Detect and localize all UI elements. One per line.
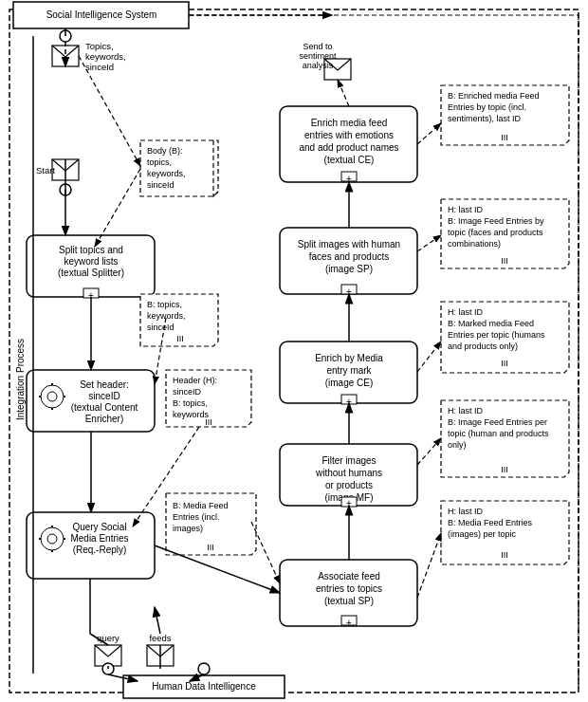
svg-text:only): only) (448, 440, 467, 450)
feeds-circle (198, 663, 210, 674)
svg-text:B: topics,: B: topics, (147, 300, 182, 309)
svg-text:H: last ID: H: last ID (448, 307, 484, 317)
svg-text:sinceID: sinceID (88, 391, 119, 401)
svg-text:(textual Content: (textual Content (71, 402, 138, 413)
svg-text:(Req.-Reply): (Req.-Reply) (73, 545, 127, 555)
svg-text:III: III (501, 465, 508, 474)
send-sentiment-label3: analysis (303, 61, 334, 70)
svg-text:topic (human and products: topic (human and products (448, 429, 549, 438)
svg-text:III: III (501, 133, 508, 142)
human-data-label: Human Data Intelligence (152, 681, 256, 692)
svg-line-119 (417, 235, 441, 251)
svg-text:Enrich media feed: Enrich media feed (311, 118, 388, 128)
svg-text:Entries by topic (incl.: Entries by topic (incl. (448, 102, 526, 112)
svg-text:keywords,: keywords, (147, 169, 186, 178)
svg-text:Split images with human: Split images with human (298, 239, 400, 249)
svg-text:Body (B):: Body (B): (147, 146, 183, 156)
svg-text:and products only): and products only) (448, 342, 518, 351)
svg-text:III: III (176, 334, 184, 343)
svg-text:(images) per topic: (images) per topic (448, 529, 517, 539)
svg-text:(textual CE): (textual CE) (324, 155, 375, 165)
svg-text:B: Enriched media Feed: B: Enriched media Feed (448, 91, 540, 101)
svg-text:(textual Splitter): (textual Splitter) (58, 268, 124, 278)
svg-text:sinceID: sinceID (173, 387, 202, 397)
svg-text:entries with emotions: entries with emotions (304, 130, 394, 140)
svg-text:III: III (501, 256, 508, 266)
svg-text:entry mark: entry mark (326, 365, 372, 376)
svg-line-122 (417, 533, 441, 598)
svg-text:H: last ID: H: last ID (448, 406, 484, 416)
start-label: Start (36, 165, 55, 176)
diagram-container: Social Intelligence System Human Data In… (0, 0, 588, 702)
svg-line-118 (417, 123, 441, 144)
svg-text:III: III (207, 543, 214, 552)
svg-text:Enricher): Enricher) (85, 414, 124, 424)
svg-line-113 (338, 80, 349, 106)
svg-text:entries to topics: entries to topics (316, 583, 382, 594)
svg-text:topics,: topics, (147, 157, 172, 167)
svg-text:keyword lists: keyword lists (64, 256, 118, 267)
svg-text:Entries per topic (humans: Entries per topic (humans (448, 330, 545, 340)
svg-line-103 (79, 56, 140, 166)
integration-process-label: Integration Process (15, 339, 26, 420)
topics-label: Topics, (85, 41, 114, 51)
svg-text:B: Media Feed: B: Media Feed (173, 501, 229, 510)
svg-text:combinations): combinations) (448, 239, 501, 249)
svg-text:(image SP): (image SP) (325, 264, 373, 274)
send-sentiment-label: Send to (303, 42, 332, 51)
svg-text:Associate feed: Associate feed (318, 571, 380, 582)
svg-text:Filter images: Filter images (322, 455, 376, 466)
svg-text:III: III (501, 550, 508, 560)
svg-text:(image CE): (image CE) (325, 378, 374, 388)
svg-text:or products: or products (325, 480, 373, 490)
svg-text:sinceId: sinceId (147, 323, 175, 332)
svg-text:and add product names: and add product names (299, 142, 398, 153)
query-label: query (97, 633, 119, 643)
svg-line-121 (417, 438, 441, 465)
svg-text:faces and products: faces and products (309, 251, 390, 262)
svg-text:B: topics,: B: topics, (173, 398, 208, 408)
svg-text:Entries (incl.: Entries (incl. (173, 512, 220, 522)
svg-text:Split topics and: Split topics and (59, 245, 123, 255)
svg-text:III: III (205, 417, 212, 427)
svg-text:Set header:: Set header: (80, 379, 129, 390)
svg-line-117 (251, 522, 280, 583)
svg-text:Media Entries: Media Entries (70, 533, 128, 544)
svg-line-120 (417, 342, 441, 372)
svg-text:Header (H):: Header (H): (173, 376, 217, 385)
svg-text:B: Image Feed Entries by: B: Image Feed Entries by (448, 216, 544, 226)
svg-text:H: last ID: H: last ID (448, 205, 484, 214)
svg-text:topic (faces and products: topic (faces and products (448, 228, 543, 237)
svg-line-129 (155, 607, 160, 634)
svg-text:sentiments), last ID: sentiments), last ID (448, 114, 522, 123)
social-intelligence-label: Social Intelligence System (46, 9, 157, 20)
svg-text:+: + (346, 618, 352, 628)
svg-text:III: III (501, 359, 508, 368)
svg-text:Query Social: Query Social (72, 522, 126, 532)
send-sentiment-label2: sentiment (299, 51, 337, 61)
svg-text:B: Marked media Feed: B: Marked media Feed (448, 319, 534, 328)
keywords-label: keywords, (85, 51, 126, 62)
svg-text:keywords: keywords (173, 410, 210, 419)
svg-text:B: Media Feed Entries: B: Media Feed Entries (448, 518, 533, 527)
svg-text:without humans: without humans (315, 468, 382, 478)
feeds-label: feeds (149, 633, 171, 643)
svg-text:H: last ID: H: last ID (448, 507, 484, 516)
svg-text:sinceId: sinceId (147, 180, 175, 190)
sinceid-label: sinceId (85, 62, 114, 72)
svg-text:B: Image Feed Entries per: B: Image Feed Entries per (448, 417, 547, 427)
svg-text:images): images) (173, 524, 203, 533)
svg-text:Enrich by Media: Enrich by Media (315, 353, 383, 363)
svg-text:+: + (346, 174, 352, 184)
svg-text:(textual SP): (textual SP) (324, 596, 374, 606)
